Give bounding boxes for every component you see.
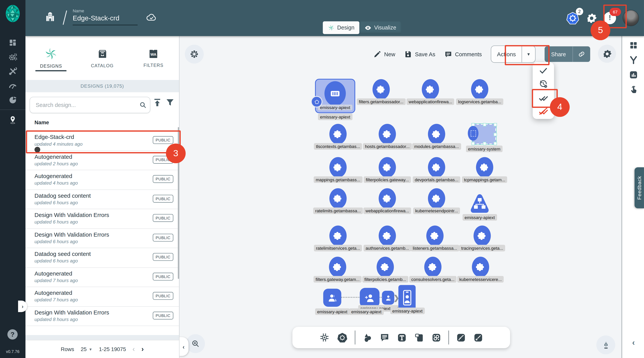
crd-node-icon[interactable] [422, 79, 439, 100]
panel-collapse-tab[interactable]: ‹ [180, 337, 189, 356]
comment-icon[interactable] [380, 332, 390, 343]
crd-node-icon[interactable] [378, 124, 396, 144]
filter-icon[interactable] [165, 98, 175, 107]
chart-icon[interactable] [622, 67, 644, 82]
crd-node-icon[interactable] [428, 157, 445, 177]
search-input[interactable] [35, 101, 136, 108]
share-button[interactable]: Share [545, 46, 590, 62]
canvas-node[interactable] [377, 257, 394, 277]
canvas-node[interactable] [378, 226, 396, 246]
design-list-row[interactable]: Design With Validation Errors updated 6 … [26, 229, 179, 248]
badge-card-node-icon[interactable] [398, 285, 416, 310]
previous-page-button[interactable]: ‹ [132, 345, 135, 353]
help-button[interactable]: ? [7, 329, 18, 340]
canvas-node[interactable] [378, 157, 396, 177]
canvas-node[interactable] [329, 257, 346, 277]
draw-icon[interactable] [473, 332, 483, 343]
canvas-node[interactable] [428, 188, 445, 209]
circuit-icon[interactable] [319, 332, 330, 343]
crd-node-icon[interactable] [428, 124, 445, 144]
canvas-node[interactable] [398, 285, 416, 310]
right-panel-collapse-button[interactable]: ‹ [622, 338, 644, 348]
canvas-node[interactable] [426, 226, 444, 246]
canvas-node[interactable] [330, 188, 346, 209]
search-design-box[interactable] [30, 97, 150, 113]
selected-node-card[interactable]: emissary-apiext [315, 79, 355, 113]
canvas-settings-gear-icon[interactable] [598, 45, 616, 63]
shapes-icon[interactable] [362, 332, 372, 343]
relationships-icon[interactable] [622, 52, 644, 67]
crd-node-icon[interactable] [472, 257, 489, 277]
design-list-row[interactable]: Autogenerated updated 7 hours ago PUBLIC [26, 268, 179, 287]
actions-button[interactable]: Actions ▼ [491, 45, 536, 63]
crd-node-icon[interactable] [377, 257, 394, 277]
design-list-row[interactable]: Design With Validation Errors updated 8 … [26, 307, 179, 326]
feedback-tab[interactable]: Feedback [634, 167, 644, 208]
canvas-node[interactable] [378, 124, 396, 144]
tab-designs[interactable]: DESIGNS [26, 36, 76, 80]
canvas-node[interactable] [471, 79, 488, 100]
canvas-node[interactable] [424, 257, 442, 277]
pin-icon[interactable] [0, 112, 26, 127]
text-icon[interactable] [397, 332, 407, 343]
canvas-node[interactable] [474, 226, 491, 246]
design-list-row[interactable]: Datadog seed content updated 6 hours ago… [26, 248, 179, 268]
design-list-row[interactable]: Autogenerated updated 4 hours ago PUBLIC [26, 170, 179, 190]
selected-namespace-node[interactable] [472, 124, 496, 144]
search-icon[interactable] [136, 98, 150, 112]
gears-icon[interactable] [0, 50, 26, 64]
crd-node-icon[interactable] [471, 79, 488, 100]
crd-node-icon[interactable] [378, 157, 396, 177]
note-icon[interactable] [414, 332, 424, 343]
zoom-in-button[interactable] [186, 334, 205, 353]
design-canvas[interactable]: New Save As Comments Actions [180, 36, 622, 358]
canvas-node[interactable] [476, 157, 493, 177]
canvas-node[interactable] [330, 226, 346, 246]
design-list-row[interactable]: Autogenerated updated 7 hours ago PUBLIC [26, 287, 179, 307]
canvas-node[interactable] [323, 289, 342, 307]
canvas-node[interactable] [372, 79, 390, 100]
design-name-value[interactable]: Edge-Stack-crd [73, 14, 138, 22]
crd-node-icon[interactable] [424, 257, 442, 277]
crd-node-icon[interactable] [426, 226, 444, 246]
design-list-row[interactable]: Autogenerated updated 2 hours ago PUBLIC [26, 151, 179, 170]
touch-icon[interactable] [622, 82, 644, 97]
kubernetes-icon[interactable] [337, 332, 348, 343]
design-list-row[interactable]: Datadog seed content updated 6 hours ago… [26, 190, 179, 209]
check-menu-item[interactable] [533, 64, 554, 77]
new-button[interactable]: New [374, 50, 395, 58]
dashboard-icon[interactable] [0, 35, 26, 49]
history-config-menu-item[interactable] [533, 77, 554, 90]
organization-icon[interactable] [44, 11, 56, 22]
meshery-logo-icon[interactable] [4, 4, 21, 23]
pen-icon[interactable] [456, 332, 466, 343]
actions-caret-icon[interactable]: ▼ [522, 52, 535, 56]
kubernetes-context-icon[interactable]: 2 [566, 11, 580, 25]
canvas-node[interactable] [428, 124, 445, 144]
canvas-node[interactable] [472, 124, 496, 144]
pentagon-badge-icon[interactable] [311, 96, 322, 107]
tab-filters[interactable]: WA FILTERS [128, 36, 179, 80]
tools-icon[interactable] [0, 64, 26, 78]
tab-visualize[interactable]: Visualize [359, 21, 401, 34]
design-list-row[interactable]: Design With Validation Errors updated 6 … [26, 209, 179, 229]
crd-node-icon[interactable] [378, 188, 396, 209]
canvas-node[interactable] [360, 288, 380, 308]
crd-node-icon[interactable] [474, 226, 491, 246]
crd-node-icon[interactable] [476, 157, 493, 177]
canvas-node[interactable] [382, 291, 394, 305]
design-name-field[interactable]: Name Edge-Stack-crd [73, 8, 138, 25]
crd-node-icon[interactable] [330, 124, 346, 144]
crd-node-icon[interactable] [428, 188, 445, 209]
canvas-node[interactable] [472, 257, 489, 277]
canvas-node[interactable] [469, 193, 491, 215]
people-node-icon[interactable] [323, 289, 342, 307]
link-icon[interactable] [431, 332, 442, 343]
save-as-button[interactable]: Save As [404, 50, 435, 58]
extensions-icon[interactable] [0, 93, 26, 107]
canvas-node[interactable]: emissary-apiext [315, 79, 355, 113]
tab-catalog[interactable]: CATALOG [76, 36, 128, 80]
canvas-node[interactable] [422, 79, 439, 100]
next-page-button[interactable]: › [142, 345, 144, 353]
canvas-node[interactable] [428, 157, 445, 177]
